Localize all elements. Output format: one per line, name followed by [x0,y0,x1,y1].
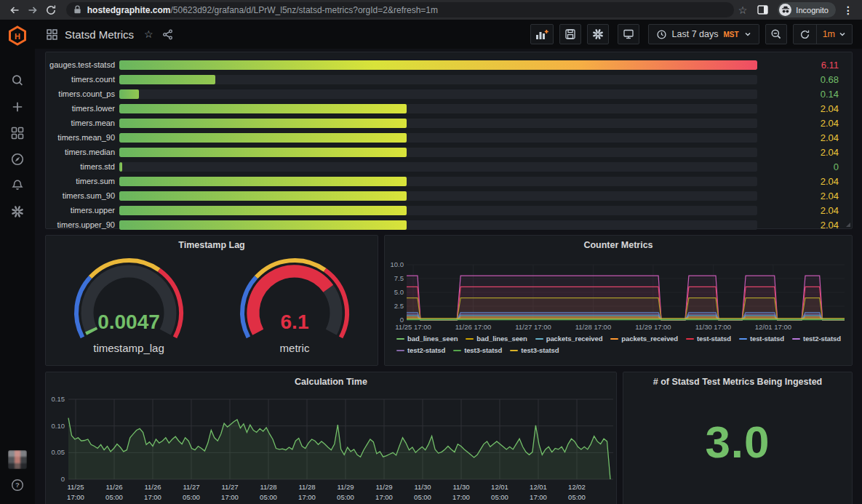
save-dashboard-button[interactable] [559,24,581,44]
refresh-button[interactable] [794,25,816,44]
legend-item[interactable]: test2-statsd [792,335,841,343]
address-bar[interactable]: hostedgraphite.com/50623d92/grafana/d/LP… [66,2,734,17]
bargauge-fill [119,148,407,157]
bargauge-row: timers.std0 [46,159,852,174]
sidebar-item-explore[interactable] [9,151,26,168]
url-domain: hostedgraphite.com [87,5,171,15]
svg-text:12/01: 12/01 [491,483,508,491]
browser-menu-button[interactable]: ⋮ [840,4,856,16]
help-icon: ? [10,478,25,492]
svg-text:05:00: 05:00 [183,493,200,501]
legend-item[interactable]: packets_received [535,335,603,343]
legend-label: packets_received [546,335,603,343]
bargauge-fill [119,191,407,201]
dashboard-grid-icon [47,29,57,40]
incognito-label: Incognito [796,6,829,15]
dashboard-header: Statsd Metrics ☆ L [35,20,862,49]
bargauge-row: timers.mean_902.04 [46,130,852,145]
bargauge-fill [119,104,407,113]
reload-icon [45,4,57,16]
svg-text:5.0: 5.0 [394,288,404,296]
legend-item[interactable]: test-statsd [686,335,731,343]
bargauge-value: 2.04 [757,147,852,158]
refresh-interval-picker[interactable]: 1m [817,25,852,44]
zoom-out-button[interactable] [765,24,787,44]
svg-text:17:00: 17:00 [375,493,393,501]
svg-text:?: ? [15,481,20,489]
svg-text:10.0: 10.0 [391,260,404,268]
sidebar-item-dashboards[interactable] [9,124,26,142]
legend-item[interactable]: bad_lines_seen [466,335,527,343]
lock-icon [73,5,81,15]
bargauge-row-label: timers.sum_90 [46,191,119,200]
bargauge-row-label: timers.std [46,162,119,171]
svg-text:0.15: 0.15 [52,395,65,403]
timezone-label: MST [724,31,739,39]
legend-label: bad_lines_seen [407,335,458,343]
bargauge-row: timers.upper_902.04 [46,217,852,232]
panel-title[interactable]: Calculation Time [46,372,616,387]
legend-item[interactable]: packets_received [610,335,678,343]
browser-reload-button[interactable] [45,2,57,18]
svg-text:17:00: 17:00 [298,493,316,501]
avatar-image [8,450,27,469]
legend-item[interactable]: test2-statsd [396,346,445,354]
browser-back-button[interactable] [9,2,21,18]
side-panel-button[interactable] [754,2,770,18]
refresh-interval-label: 1m [823,29,835,39]
sidebar-item-alerting[interactable] [9,177,26,194]
legend-item[interactable]: test3-statsd [453,346,502,354]
sidebar-item-configuration[interactable] [9,203,26,220]
svg-text:17:00: 17:00 [144,493,161,501]
user-avatar[interactable] [8,450,27,469]
favorite-star-icon[interactable]: ☆ [144,28,153,40]
bargauge-value: 0.14 [757,89,852,100]
bargauge-track [119,133,757,143]
bargauge-fill [119,177,407,186]
bargauge-track [119,162,757,172]
legend-label: packets_received [621,335,678,343]
sidebar-item-create[interactable] [9,98,26,116]
svg-text:11/25: 11/25 [67,483,84,491]
bargauge-row-label: timers.lower [46,104,119,113]
bargauge-track [119,206,757,215]
legend-item[interactable]: bad_lines_seen [396,335,458,343]
dashboard-settings-button[interactable] [587,24,609,44]
grafana-sidebar: H [0,20,35,504]
svg-text:11/29 17:00: 11/29 17:00 [635,323,671,331]
bargauge-track [119,177,757,186]
panel-title[interactable]: # of Statsd Test Metrics Being Ingested [623,372,852,387]
compass-icon [10,152,25,167]
bargauge-row: timers.count0.68 [46,72,852,87]
bargauge-row-label: timers.mean_90 [46,133,119,142]
legend-label: test-statsd [697,335,731,343]
refresh-controls: 1m [793,24,853,44]
bookmark-star-icon[interactable]: ☆ [734,4,752,16]
panel-resize-handle[interactable] [846,223,850,227]
browser-forward-button[interactable] [27,2,39,18]
legend-dash [610,338,618,340]
svg-text:12/01: 12/01 [530,483,547,491]
bargauge-track [119,104,757,113]
legend-item[interactable]: test3-statsd [510,346,559,354]
bargauge-row-label: timers.median [46,148,119,156]
help-button[interactable]: ? [10,478,25,495]
bargauge-track [119,60,757,70]
share-button[interactable] [162,29,173,40]
dashboard-title[interactable]: Statsd Metrics [65,28,134,41]
bargauge-rows: gauges.test-statsd6.11timers.count0.68ti… [46,52,852,232]
bargauge-value: 2.04 [757,191,852,201]
sidebar-item-search[interactable] [9,72,26,89]
add-panel-button[interactable] [530,24,554,44]
legend-dash [396,338,404,340]
time-range-picker[interactable]: Last 7 days MST [648,24,759,44]
panel-title[interactable]: Counter Metrics [385,236,852,250]
hostedgraphite-logo[interactable]: H [8,25,27,49]
legend-item[interactable]: test-statsd [739,335,784,343]
svg-text:05:00: 05:00 [568,493,586,501]
counter-legend: bad_lines_seenbad_lines_seenpackets_rece… [396,335,847,354]
panel-title[interactable]: Timestamp Lag [46,236,378,250]
add-panel-icon [535,29,548,40]
svg-text:11/28: 11/28 [260,483,276,491]
tv-mode-button[interactable] [618,24,639,44]
